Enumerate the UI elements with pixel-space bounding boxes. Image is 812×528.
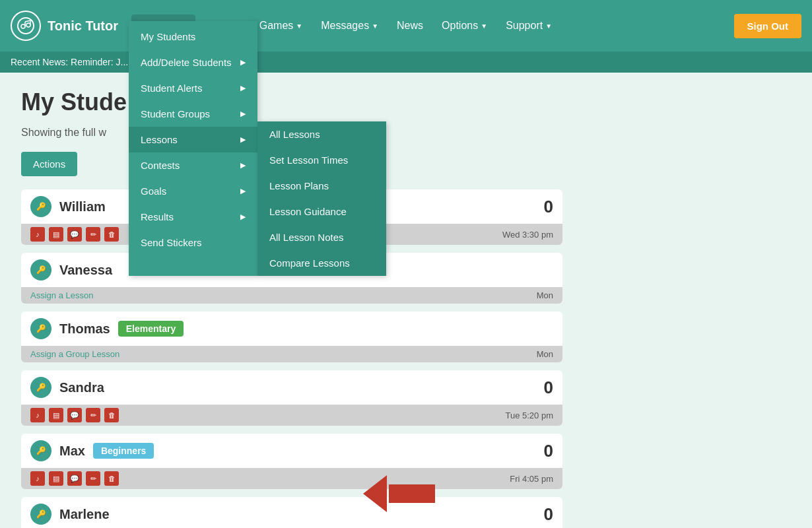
schedule-time: Tue 5:20 pm: [505, 411, 553, 420]
group-badge-beginners: Beginners: [93, 443, 154, 459]
student-row: 🔑 Max Beginners 0: [21, 434, 562, 468]
lessons-submenu: All Lessons Set Lesson Times Lesson Plan…: [257, 121, 386, 276]
schedule-time: Wed 3:30 pm: [502, 230, 553, 240]
student-card-thomas: 🔑 Thomas Elementary Assign a Group Lesso…: [21, 312, 562, 362]
trash-icon-btn[interactable]: 🗑: [104, 227, 119, 242]
chevron-right-icon: ▶: [240, 135, 246, 144]
chevron-right-icon: ▶: [240, 161, 246, 170]
nav-options[interactable]: Options ▼: [435, 15, 494, 37]
dd-set-lesson-times[interactable]: Set Lesson Times: [257, 147, 386, 173]
dd-compare-lessons[interactable]: Compare Lessons: [257, 250, 386, 276]
student-card-marlene: 🔑 Marlene 0 ♪ ▤ 💬 ✏ 🗑 Mon: [21, 497, 562, 528]
arrow-body: [389, 484, 435, 503]
chevron-right-icon: ▶: [240, 84, 246, 92]
chevron-right-icon: ▶: [240, 187, 246, 195]
student-icon: 🔑: [30, 318, 51, 339]
book-icon-btn[interactable]: ▤: [49, 408, 63, 422]
red-arrow-graphic: [363, 475, 435, 512]
nav-news[interactable]: News: [390, 15, 430, 37]
book-icon-btn[interactable]: ▤: [49, 471, 63, 486]
music-icon-btn[interactable]: ♪: [30, 227, 45, 242]
main-content: My Stude Showing the full w Actions 🔑 Wi…: [0, 73, 812, 528]
svg-line-5: [25, 20, 30, 22]
dd-lessons[interactable]: Lessons ▶: [129, 127, 257, 152]
assign-lesson-text[interactable]: Assign a Lesson: [30, 290, 93, 300]
dd-lesson-plans[interactable]: Lesson Plans: [257, 173, 386, 199]
edit-icon-btn[interactable]: ✏: [86, 227, 100, 242]
dd-add-delete-students[interactable]: Add/Delete Students ▶: [129, 50, 257, 75]
assign-group-lesson-text[interactable]: Assign a Group Lesson: [30, 349, 119, 359]
news-ticker: Recent News: Reminder: J...: [0, 51, 812, 73]
students-dropdown: My Students Add/Delete Students ▶ Studen…: [129, 21, 386, 276]
student-subrow: ♪ ▤ 💬 ✏ 🗑 Tue 5:20 pm: [21, 405, 562, 426]
student-name: Vanessa: [59, 263, 112, 278]
student-card-max: 🔑 Max Beginners 0 ♪ ▤ 💬 ✏ 🗑 Fri 4:05 pm: [21, 434, 562, 489]
student-score: 0: [544, 378, 553, 398]
dd-all-lesson-notes[interactable]: All Lesson Notes: [257, 224, 386, 250]
group-badge-elementary: Elementary: [118, 321, 184, 337]
message-icon-btn[interactable]: 💬: [67, 408, 82, 422]
student-icon: 🔑: [30, 504, 51, 525]
logo[interactable]: Tonic Tutor: [11, 11, 118, 41]
student-icon: 🔑: [30, 440, 51, 461]
svg-point-0: [18, 18, 34, 34]
message-icon-btn[interactable]: 💬: [67, 227, 82, 242]
student-name: Thomas: [59, 321, 110, 337]
navbar: Tonic Tutor Students ▼ Activity Games ▼ …: [0, 0, 812, 51]
edit-icon-btn[interactable]: ✏: [86, 471, 100, 486]
dd-student-groups[interactable]: Student Groups ▶: [129, 101, 257, 127]
student-subrow: Assign a Group Lesson Mon: [21, 346, 562, 362]
student-row: 🔑 Marlene 0: [21, 497, 562, 528]
chevron-right-icon: ▶: [240, 213, 246, 221]
icon-bar: ♪ ▤ 💬 ✏ 🗑: [30, 408, 119, 422]
dd-contests[interactable]: Contests ▶: [129, 152, 257, 178]
dd-send-stickers[interactable]: Send Stickers: [129, 230, 257, 255]
logo-icon: [11, 11, 41, 41]
dd-lesson-guidance[interactable]: Lesson Guidance: [257, 199, 386, 224]
svg-point-1: [21, 24, 25, 28]
music-icon-btn[interactable]: ♪: [30, 408, 45, 422]
student-subrow: Assign a Lesson Mon: [21, 287, 562, 304]
student-row: 🔑 Sandra 0: [21, 370, 562, 405]
book-icon-btn[interactable]: ▤: [49, 227, 63, 242]
message-icon-btn[interactable]: 💬: [67, 471, 82, 486]
schedule-time: Mon: [537, 349, 553, 359]
arrow-head: [363, 475, 387, 512]
dd-all-lessons[interactable]: All Lessons: [257, 121, 386, 147]
music-icon-btn[interactable]: ♪: [30, 471, 45, 486]
student-icon: 🔑: [30, 259, 51, 280]
dd-goals[interactable]: Goals ▶: [129, 178, 257, 204]
student-name: William: [59, 199, 106, 214]
chevron-right-icon: ▶: [240, 58, 246, 67]
trash-icon-btn[interactable]: 🗑: [104, 408, 119, 422]
nav-support[interactable]: Support ▼: [499, 15, 558, 37]
student-subrow: ♪ ▤ 💬 ✏ 🗑 Fri 4:05 pm: [21, 468, 562, 489]
student-name: Marlene: [59, 507, 110, 522]
dd-student-alerts[interactable]: Student Alerts ▶: [129, 75, 257, 101]
student-score: 0: [544, 197, 553, 217]
student-score: 0: [544, 504, 553, 525]
student-card-sandra: 🔑 Sandra 0 ♪ ▤ 💬 ✏ 🗑 Tue 5:20 pm: [21, 370, 562, 426]
student-name: Max: [59, 444, 85, 459]
icon-bar: ♪ ▤ 💬 ✏ 🗑: [30, 227, 119, 242]
schedule-time: Fri 4:05 pm: [510, 474, 553, 484]
student-name: Sandra: [59, 380, 104, 395]
actions-button[interactable]: Actions: [21, 152, 77, 176]
trash-icon-btn[interactable]: 🗑: [104, 471, 119, 486]
dd-my-students[interactable]: My Students: [129, 24, 257, 50]
icon-bar: ♪ ▤ 💬 ✏ 🗑: [30, 471, 119, 486]
student-score: 0: [544, 441, 553, 461]
edit-icon-btn[interactable]: ✏: [86, 408, 100, 422]
student-icon: 🔑: [30, 196, 51, 217]
sign-out-button[interactable]: Sign Out: [734, 14, 802, 38]
chevron-right-icon: ▶: [240, 110, 246, 118]
chevron-down-icon: ▼: [481, 22, 487, 30]
pointer-arrow: [363, 475, 435, 512]
schedule-time: Mon: [537, 290, 553, 300]
logo-text: Tonic Tutor: [48, 18, 118, 34]
student-row: 🔑 Thomas Elementary: [21, 312, 562, 346]
dropdown-primary: My Students Add/Delete Students ▶ Studen…: [129, 21, 257, 276]
chevron-down-icon: ▼: [545, 22, 552, 30]
dd-results[interactable]: Results ▶: [129, 204, 257, 230]
student-icon: 🔑: [30, 377, 51, 398]
